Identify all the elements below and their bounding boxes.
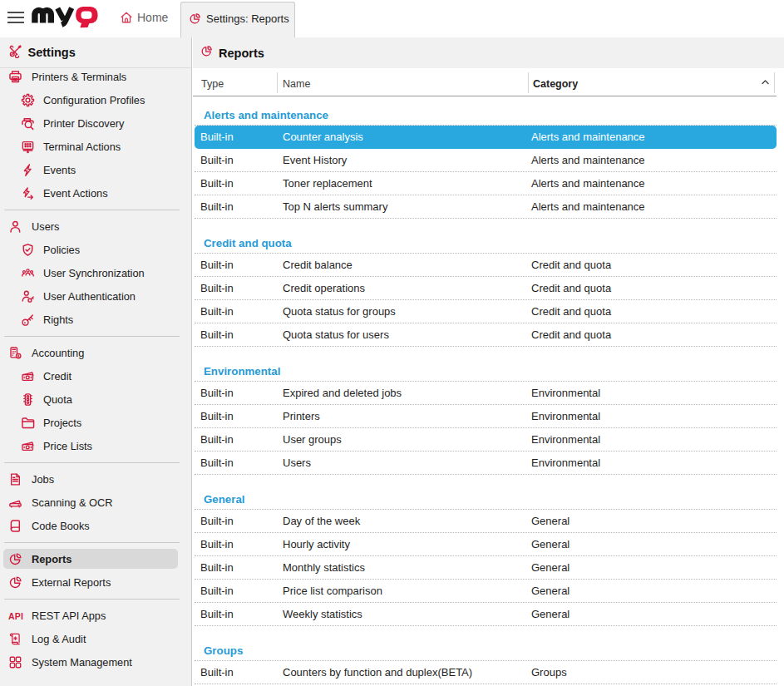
svg-text:API: API: [8, 611, 23, 621]
